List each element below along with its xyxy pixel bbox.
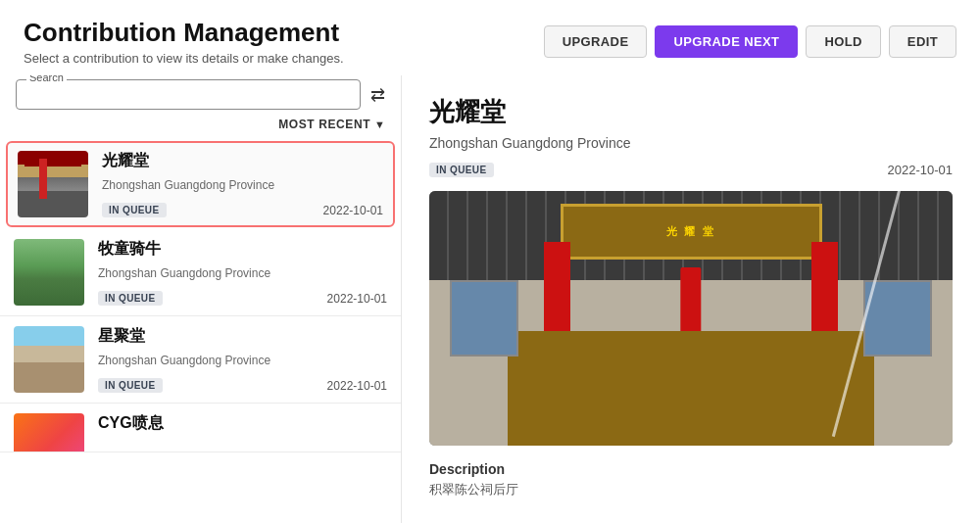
search-row: Search ⇄ <box>0 75 401 116</box>
list-thumb <box>14 326 84 393</box>
detail-meta: IN QUEUE 2022-10-01 <box>429 163 953 177</box>
temple-painting-left <box>450 280 517 357</box>
contribution-list: 光耀堂 Zhongshan Guangdong Province IN QUEU… <box>0 139 401 523</box>
list-info: CYG喷息 <box>98 413 387 442</box>
list-title: 牧童骑牛 <box>98 239 387 260</box>
status-badge: IN QUEUE <box>98 291 163 306</box>
temple-sign: 光 耀 堂 <box>561 204 822 260</box>
description-text: 积翠陈公祠后厅 <box>429 481 953 499</box>
detail-date: 2022-10-01 <box>888 163 954 177</box>
temple-altar <box>508 331 874 446</box>
hold-button[interactable]: HOLD <box>806 25 880 58</box>
temple-painting-right <box>863 280 931 357</box>
temple-sign-text: 光 耀 堂 <box>666 224 714 239</box>
list-info: 牧童骑牛 Zhongshan Guangdong Province IN QUE… <box>98 239 387 306</box>
list-thumb <box>14 413 84 452</box>
list-title: CYG喷息 <box>98 413 387 434</box>
left-panel: Search ⇄ MOST RECENT ▼ 光耀堂 <box>0 75 402 523</box>
toolbar: UPGRADE UPGRADE NEXT HOLD EDIT <box>544 25 956 58</box>
header: Contribution Management Select a contrib… <box>0 0 980 75</box>
upgrade-button[interactable]: UPGRADE <box>544 25 648 58</box>
list-item[interactable]: 星聚堂 Zhongshan Guangdong Province IN QUEU… <box>0 316 401 404</box>
list-meta: IN QUEUE 2022-10-01 <box>98 291 387 306</box>
page-subtitle: Select a contribution to view its detail… <box>24 51 344 66</box>
temple-scene: 光 耀 堂 <box>429 191 953 446</box>
search-legend: Search <box>26 75 67 83</box>
detail-location: Zhongshan Guangdong Province <box>429 135 953 151</box>
page-title: Contribution Management <box>24 18 344 48</box>
detail-image: 光 耀 堂 <box>429 191 953 446</box>
detail-title: 光耀堂 <box>429 95 953 129</box>
right-panel: 光耀堂 Zhongshan Guangdong Province IN QUEU… <box>402 75 980 523</box>
list-date: 2022-10-01 <box>327 292 387 306</box>
list-title: 星聚堂 <box>98 326 387 347</box>
list-item[interactable]: 牧童骑牛 Zhongshan Guangdong Province IN QUE… <box>0 229 401 316</box>
list-thumb <box>14 239 84 306</box>
search-input[interactable] <box>17 80 360 109</box>
header-left: Contribution Management Select a contrib… <box>24 18 344 66</box>
list-thumb <box>18 151 88 217</box>
search-wrapper: Search <box>16 79 361 110</box>
filter-label[interactable]: MOST RECENT <box>278 118 370 131</box>
description-label: Description <box>429 461 953 477</box>
list-subtitle: Zhongshan Guangdong Province <box>102 178 383 192</box>
filter-chevron[interactable]: ▼ <box>374 119 385 130</box>
list-item[interactable]: CYG喷息 <box>0 404 401 452</box>
list-meta: IN QUEUE 2022-10-01 <box>102 203 383 217</box>
edit-button[interactable]: EDIT <box>889 25 956 58</box>
list-item[interactable]: 光耀堂 Zhongshan Guangdong Province IN QUEU… <box>6 141 395 227</box>
list-info: 星聚堂 Zhongshan Guangdong Province IN QUEU… <box>98 326 387 393</box>
main-content: Search ⇄ MOST RECENT ▼ 光耀堂 <box>0 75 980 523</box>
status-badge: IN QUEUE <box>102 203 167 217</box>
list-info: 光耀堂 Zhongshan Guangdong Province IN QUEU… <box>102 151 383 217</box>
sort-icon[interactable]: ⇄ <box>370 84 385 106</box>
detail-status-badge: IN QUEUE <box>429 163 494 177</box>
list-meta: IN QUEUE 2022-10-01 <box>98 378 387 393</box>
app-container: Contribution Management Select a contrib… <box>0 0 980 523</box>
list-subtitle: Zhongshan Guangdong Province <box>98 266 387 280</box>
filter-row: MOST RECENT ▼ <box>0 116 401 139</box>
status-badge: IN QUEUE <box>98 378 163 393</box>
list-date: 2022-10-01 <box>327 379 387 393</box>
list-title: 光耀堂 <box>102 151 383 171</box>
list-subtitle: Zhongshan Guangdong Province <box>98 354 387 367</box>
upgrade-next-button[interactable]: UPGRADE NEXT <box>655 25 798 58</box>
list-date: 2022-10-01 <box>323 204 383 217</box>
